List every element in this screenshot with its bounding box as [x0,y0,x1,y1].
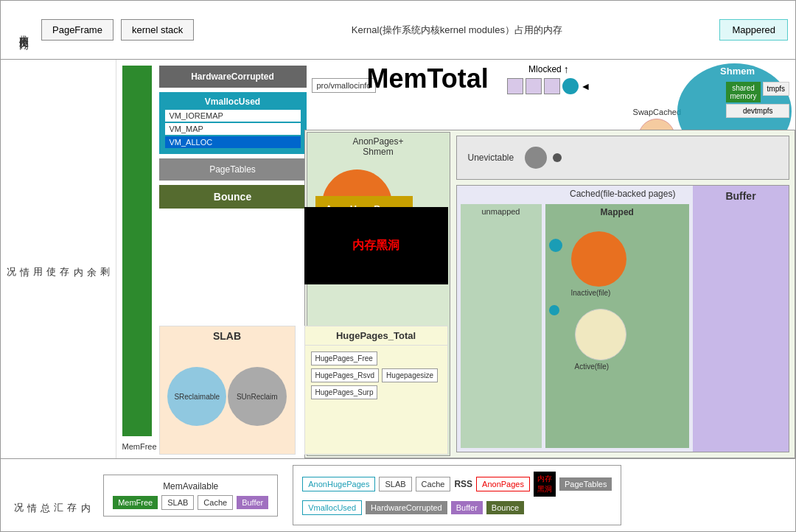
hugepages-area: HugePages_Total HugePages_Free HugePages… [304,326,448,455]
rss-label: RSS [454,479,472,489]
second-group: AnonHugePages SLAB Cache RSS AnonPages 内… [293,465,621,525]
middle-label: 剩余内存使用情况 [1,60,116,458]
unevictable-label: Unevictable [468,153,514,163]
kernel-content: PageFrame kernel stack Kernal(操作系统内核kern… [41,19,788,41]
anonpages-label: AnonPages+Shmem [307,133,450,157]
right-area: Unevictable Cached(file-backed pages) Bu… [453,132,794,456]
swapcached-label: SwapCached [633,108,681,116]
memfree-bar: MemFree [122,66,152,436]
small-dot-1 [549,239,562,252]
cache-badge2: Cache [416,477,451,491]
memfree-badge: MemFree [113,496,158,509]
hugepages-items: HugePages_Free HugePages_Rsvd Hugepagesi… [305,346,447,405]
kernel-label: 内核 使用 内存 [8,27,30,32]
inactive-file-label: Inactive(file) [571,289,611,297]
shmem-label: Shmem [720,66,755,77]
pagetables-badge: PageTables [559,477,612,491]
left-panel: HardwareCorrupted VmallocUsed VM_IOREMAP… [159,66,307,209]
cache-badge: Cache [198,495,233,510]
pagetables-box: PageTables [159,158,307,181]
active-file-circle [575,309,626,360]
buffer-label: Buffer [693,186,789,206]
vmalloc-title: VmallocUsed [165,97,301,107]
middle-section: 剩余内存使用情况 MemFree HardwareCorrupted Vmall… [1,60,795,459]
bottom-row-1: AnonHugePages SLAB Cache RSS AnonPages 内… [302,472,612,497]
memtotal-title: MemTotal [367,63,489,94]
hugepages-free: HugePages_Free [311,351,377,365]
arrow-up-icon: ↑ [564,63,569,75]
buffer-badge2: Buffer [451,501,483,514]
slab-badge: SLAB [161,495,194,510]
sreclaimable-circle: SReclaimable [167,367,226,426]
unmapped-label: unmapped [461,204,542,219]
kernel-stack-box: kernel stack [121,19,194,41]
kernel-desc: Kernal(操作系统内核kernel modules）占用的内存 [201,24,712,37]
unevictable-small-circle [553,153,562,162]
mlocked-circle [562,78,579,94]
shmem-inner: sharedmemory tmpfs devtmpfs [726,82,789,118]
hugepages-surp: HugePages_Surp [311,385,378,399]
mapped-inner-box: Mapped Inactive(file) Active(file) [545,204,690,448]
anonhugepages-badge: AnonHugePages [302,477,375,491]
sunreclaim-circle: SUnReclaim [228,367,287,426]
vm-alloc: VM_ALLOC [165,136,301,148]
small-dot-2 [549,305,559,315]
mlocked-area: Mlocked ↑ ◄ [507,63,591,94]
devtmpfs-box: devtmpfs [726,104,789,118]
blackhole-box: 内存黑洞 [304,207,448,284]
bounce-box: Bounce [159,185,307,209]
hugepagesize: Hugepagesize [382,368,438,382]
blackhole-text: 内存黑洞 [352,238,399,253]
tmpfs-box: tmpfs [763,82,789,96]
memavailable-group: MemAvailable MemFree SLAB Cache Buffer [103,475,278,517]
mapped-box: Mappered [719,19,788,41]
mlocked-boxes: ◄ [507,78,591,94]
bottom-row-2: VmallocUsed HardwareCorrupted Buffer Bou… [302,500,612,515]
hwcorrupted-badge: HardwareCorrupted [366,501,447,514]
mlocked-sq-3 [544,78,560,94]
unevictable-box: Unevictable [456,136,790,180]
mlocked-sq-2 [526,78,542,94]
unevictable-circle [525,147,547,169]
bounce-badge: Bounce [486,501,524,514]
mapped-inner-label: Mapped [545,204,690,220]
unmapped-box: unmapped [461,204,542,448]
blackhole-badge: 内存黑洞 [534,472,556,497]
active-file-label: Active(file) [575,363,610,371]
mem-badges: MemFree SLAB Cache Buffer [113,495,268,510]
inactive-file-circle [571,231,626,287]
memavailable-title: MemAvailable [113,481,268,491]
hw-corrupted-box: HardwareCorrupted [159,66,307,88]
memfree-bar-label: MemFree [122,442,157,451]
buffer-badge: Buffer [237,496,268,509]
anonpages-badge: AnonPages [476,477,530,491]
bottom-content: MemAvailable MemFree SLAB Cache Buffer A… [103,465,784,525]
cached-area: Cached(file-backed pages) Buffer unmappe… [456,185,790,452]
vmalloc-box: VmallocUsed VM_IOREMAP VM_MAP VM_ALLOC [159,92,307,154]
hugepages-rsvd: HugePages_Rsvd [311,368,380,382]
slab-title: SLAB [160,326,295,346]
arrow-left-icon: ◄ [581,80,591,92]
mlocked-sq-1 [507,78,523,94]
vm-map: VM_MAP [165,123,301,135]
bottom-section: 内存汇总情况 MemAvailable MemFree SLAB Cache B… [1,459,795,531]
kernel-section: 内核 使用 内存 PageFrame kernel stack Kernal(操… [1,1,795,60]
slab-area: SLAB SReclaimable SUnReclaim [159,326,296,455]
hugepages-title: HugePages_Total [305,326,447,346]
slab-circles: SReclaimable SUnReclaim [160,346,295,447]
vmallocused-badge: VmallocUsed [302,500,362,515]
main-container: 内核 使用 内存 PageFrame kernel stack Kernal(操… [0,0,796,532]
shared-memory-box: sharedmemory [726,82,760,102]
vm-ioremap: VM_IOREMAP [165,110,301,122]
buffer-box: Buffer [693,186,789,452]
mlocked-label: Mlocked [528,64,562,74]
middle-content: MemFree HardwareCorrupted VmallocUsed VM… [116,60,796,458]
slab-badge2: SLAB [379,477,411,491]
pageframe-box: PageFrame [41,19,114,41]
